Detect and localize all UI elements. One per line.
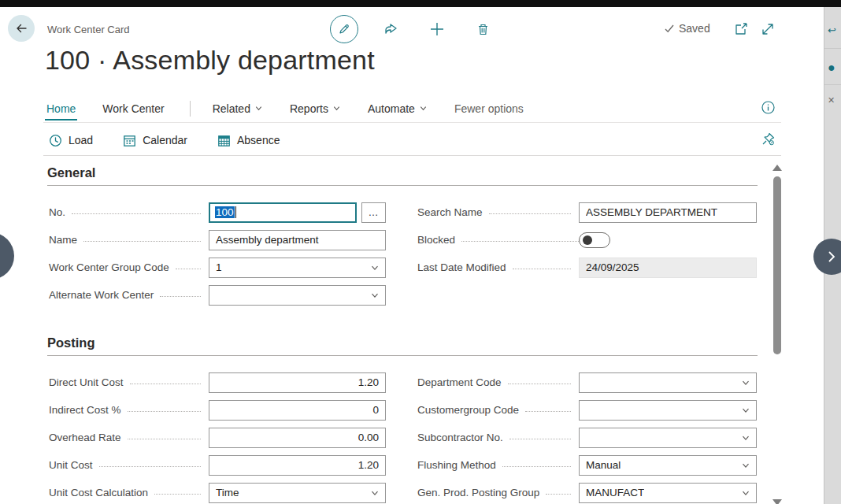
- arrow-left-icon: [14, 21, 28, 35]
- pencil-icon: [337, 22, 351, 36]
- menu-tab-bar: Home Work Center Related Reports Automat…: [45, 101, 549, 121]
- chevron-down-icon: [254, 104, 263, 113]
- save-status: Saved: [664, 22, 710, 35]
- action-calendar[interactable]: Calendar: [123, 134, 187, 147]
- tab-reports[interactable]: Reports: [288, 102, 343, 120]
- new-button[interactable]: [428, 20, 446, 38]
- chevron-down-icon: [370, 291, 380, 300]
- chevron-down-icon: [370, 488, 380, 498]
- field-no: No. 100 …: [49, 198, 386, 226]
- field-overhead-rate: Overhead Rate 0.00: [49, 424, 386, 451]
- toggle-knob: [583, 235, 592, 245]
- checkmark-icon: [664, 23, 675, 34]
- field-direct-unit-cost: Direct Unit Cost 1.20: [49, 369, 386, 396]
- flushing-method-select[interactable]: Manual: [579, 455, 757, 476]
- calendar-icon: [123, 134, 136, 147]
- page-caption: Work Center Card: [47, 24, 130, 35]
- trash-icon: [476, 22, 491, 37]
- chevron-down-icon: [741, 406, 750, 415]
- pin-button[interactable]: [761, 132, 776, 146]
- department-code-select[interactable]: [579, 372, 757, 393]
- alternate-work-center-select[interactable]: [209, 285, 386, 306]
- edit-button[interactable]: [330, 15, 358, 43]
- blocked-toggle[interactable]: [579, 232, 610, 248]
- separator: [43, 122, 781, 123]
- share-button[interactable]: [382, 20, 401, 39]
- field-work-center-group-code: Work Center Group Code 1: [49, 254, 386, 281]
- work-center-group-code-select[interactable]: 1: [209, 258, 386, 278]
- chevron-down-icon: [332, 104, 341, 113]
- clipped-share-icon: ↩: [828, 24, 836, 36]
- subcontractor-no-select[interactable]: [579, 428, 757, 448]
- back-button[interactable]: [8, 15, 35, 42]
- help-button[interactable]: [761, 100, 776, 115]
- chevron-down-icon: [741, 461, 750, 470]
- posting-section-heading: Posting: [47, 335, 95, 350]
- posting-left-column: Direct Unit Cost 1.20 Indirect Cost % 0 …: [49, 369, 386, 504]
- calendar-grid-icon: [217, 134, 231, 147]
- fullscreen-button[interactable]: [759, 20, 776, 38]
- general-section-heading: General: [47, 165, 95, 180]
- popout-button[interactable]: [732, 20, 750, 38]
- pushpin-icon: [761, 132, 776, 146]
- field-last-date-modified: Last Date Modified 24/09/2025: [417, 254, 757, 281]
- delete-button[interactable]: [474, 20, 491, 38]
- action-load[interactable]: Load: [49, 134, 93, 147]
- chevron-right-icon: [824, 250, 839, 264]
- chevron-down-icon: [741, 488, 750, 498]
- general-section-rule: [47, 185, 758, 186]
- field-flushing-method: Flushing Method Manual: [417, 451, 757, 479]
- field-blocked: Blocked: [417, 226, 757, 254]
- posting-section-rule: [47, 355, 758, 356]
- gen-prod-posting-group-select[interactable]: MANUFACT: [579, 483, 757, 503]
- page-title: 100 · Assembly department: [45, 45, 375, 76]
- customergroup-code-select[interactable]: [579, 400, 757, 421]
- clock-icon: [49, 134, 62, 147]
- direct-unit-cost-input[interactable]: 1.20: [209, 372, 386, 393]
- text-caret: [235, 206, 236, 218]
- field-subcontractor-no: Subcontractor No.: [417, 424, 757, 451]
- last-date-modified-field: 24/09/2025: [579, 258, 757, 278]
- field-indirect-cost-pct: Indirect Cost % 0: [49, 396, 386, 424]
- scrollbar-thumb[interactable]: [773, 176, 781, 354]
- field-department-code: Department Code: [417, 369, 757, 396]
- field-gen-prod-posting-group: Gen. Prod. Posting Group MANUFACT: [417, 479, 757, 504]
- share-icon: [383, 20, 400, 38]
- chevron-down-icon: [741, 433, 750, 443]
- info-icon: [761, 100, 776, 115]
- chevron-down-icon: [741, 378, 750, 387]
- overhead-rate-input[interactable]: 0.00: [209, 428, 386, 448]
- field-alternate-work-center: Alternate Work Center: [49, 281, 386, 309]
- clipped-close-icon: ✕: [828, 95, 835, 106]
- no-assist-edit-button[interactable]: …: [361, 202, 386, 223]
- field-search-name: Search Name ASSEMBLY DEPARTMENT: [417, 198, 757, 226]
- field-name: Name Assembly department: [49, 226, 386, 254]
- posting-right-column: Department Code Customergroup Code Subco…: [417, 369, 757, 504]
- tab-home[interactable]: Home: [45, 102, 77, 120]
- search-name-input[interactable]: ASSEMBLY DEPARTMENT: [579, 202, 757, 223]
- tab-automate[interactable]: Automate: [366, 102, 429, 120]
- general-left-column: No. 100 … Name Assembly department Work …: [49, 198, 386, 309]
- no-input[interactable]: 100: [209, 202, 357, 223]
- chevron-down-icon: [419, 104, 428, 113]
- general-right-column: Search Name ASSEMBLY DEPARTMENT Blocked …: [417, 198, 757, 281]
- indirect-cost-pct-input[interactable]: 0: [209, 400, 386, 421]
- separator: [43, 155, 781, 156]
- unit-cost-calculation-select[interactable]: Time: [209, 483, 386, 503]
- tab-fewer-options[interactable]: Fewer options: [453, 102, 525, 120]
- tab-work-center[interactable]: Work Center: [101, 102, 165, 120]
- scroll-down-arrow[interactable]: [772, 499, 782, 504]
- top-window-bar: [0, 0, 841, 7]
- open-in-window-icon: [733, 21, 749, 37]
- scroll-up-arrow[interactable]: [772, 165, 782, 171]
- previous-record-button[interactable]: [0, 232, 14, 280]
- clipped-circle-icon: ●: [828, 61, 835, 75]
- action-absence[interactable]: Absence: [217, 134, 280, 147]
- next-record-button[interactable]: [813, 239, 841, 275]
- action-bar: Load Calendar Absence: [49, 130, 280, 150]
- tab-related[interactable]: Related: [211, 102, 265, 120]
- unit-cost-input[interactable]: 1.20: [209, 455, 386, 476]
- chevron-down-icon: [370, 263, 380, 272]
- save-status-label: Saved: [679, 22, 710, 35]
- name-input[interactable]: Assembly department: [209, 230, 386, 250]
